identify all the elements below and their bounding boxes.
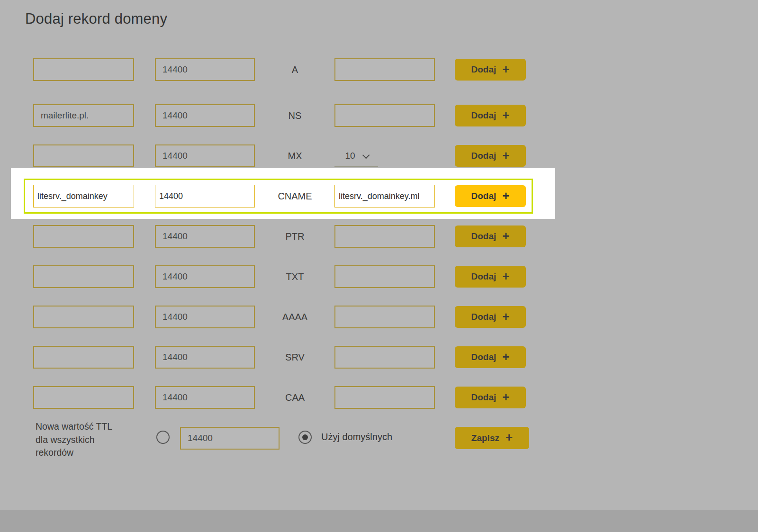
dodaj-button-label: Dodaj [471, 231, 496, 242]
record-row: MX 10 Dodaj + [0, 144, 758, 167]
dodaj-button[interactable]: Dodaj + [455, 346, 526, 368]
dodaj-button[interactable]: Dodaj + [455, 145, 526, 167]
record-row: TXT Dodaj + [0, 265, 758, 288]
record-type-label: NS [258, 104, 332, 127]
record-value-input[interactable] [334, 58, 435, 81]
custom-ttl-radio[interactable] [156, 431, 170, 444]
use-default-radio[interactable] [298, 431, 312, 444]
record-row: PTR Dodaj + [0, 225, 758, 248]
dodaj-button-label: Dodaj [471, 191, 496, 201]
record-row: A Dodaj + [0, 58, 758, 81]
plus-icon: + [502, 391, 509, 403]
use-default-label: Użyj domyślnych [321, 432, 392, 442]
record-name-input[interactable] [33, 346, 134, 369]
page-title: Dodaj rekord domeny [25, 10, 167, 27]
plus-icon: + [502, 189, 509, 202]
record-value-input[interactable] [334, 185, 435, 207]
ttl-footer: Nowa wartość TTL dla wszystkich rekordów… [0, 419, 758, 471]
dodaj-button[interactable]: Dodaj + [455, 225, 526, 247]
chevron-down-icon [362, 151, 370, 159]
record-name-input[interactable] [33, 185, 134, 207]
dodaj-button[interactable]: Dodaj + [455, 266, 526, 288]
record-name-input[interactable] [33, 104, 134, 127]
dodaj-button-label: Dodaj [471, 312, 496, 322]
plus-icon: + [502, 270, 509, 282]
record-ttl-input[interactable] [155, 346, 255, 369]
dodaj-button-label: Dodaj [471, 151, 496, 161]
record-name-input[interactable] [33, 58, 134, 81]
plus-icon: + [502, 109, 509, 121]
record-ttl-input[interactable] [155, 386, 255, 409]
dodaj-button[interactable]: Dodaj + [455, 185, 526, 207]
record-type-label: CNAME [258, 185, 332, 207]
record-value-input[interactable] [334, 386, 435, 409]
record-value-input[interactable] [334, 265, 435, 288]
record-row: CNAME Dodaj + [0, 185, 758, 207]
record-ttl-input[interactable] [155, 58, 255, 81]
record-row: SRV Dodaj + [0, 346, 758, 369]
record-value-input[interactable] [334, 306, 435, 328]
mx-priority-value: 10 [345, 151, 355, 161]
dodaj-button[interactable]: Dodaj + [455, 387, 526, 408]
record-row: CAA Dodaj + [0, 386, 758, 409]
dodaj-button[interactable]: Dodaj + [455, 105, 526, 126]
plus-icon: + [502, 310, 509, 323]
record-row: NS Dodaj + [0, 104, 758, 127]
ttl-all-records-label: Nowa wartość TTL dla wszystkich rekordów [36, 420, 118, 460]
record-value-input[interactable] [334, 225, 435, 248]
record-name-input[interactable] [33, 225, 134, 248]
plus-icon: + [505, 431, 513, 443]
record-name-input[interactable] [33, 306, 134, 328]
record-type-label: TXT [258, 265, 332, 288]
record-type-label: PTR [258, 225, 332, 248]
plus-icon: + [502, 230, 509, 242]
record-value-input[interactable] [334, 104, 435, 127]
bottom-bar [0, 510, 758, 532]
dodaj-button-label: Dodaj [471, 110, 496, 121]
zapisz-button-label: Zapisz [471, 433, 499, 443]
global-ttl-input[interactable] [180, 427, 280, 450]
record-ttl-input[interactable] [155, 104, 255, 127]
dodaj-button[interactable]: Dodaj + [455, 306, 526, 328]
dodaj-button-label: Dodaj [471, 392, 496, 403]
record-type-label: CAA [258, 386, 332, 409]
radio-dot [302, 434, 308, 440]
plus-icon: + [502, 149, 509, 162]
record-ttl-input[interactable] [155, 265, 255, 288]
record-name-input[interactable] [33, 386, 134, 409]
dodaj-button-label: Dodaj [471, 271, 496, 282]
record-ttl-input[interactable] [155, 144, 255, 167]
record-row: AAAA Dodaj + [0, 306, 758, 328]
zapisz-button[interactable]: Zapisz + [455, 427, 529, 449]
record-ttl-input[interactable] [155, 225, 255, 248]
records-list: A Dodaj + NS Dodaj + MX 10 Dodaj + [0, 58, 758, 426]
mx-priority-select[interactable]: 10 [334, 145, 378, 167]
plus-icon: + [502, 351, 509, 363]
record-name-input[interactable] [33, 265, 134, 288]
record-ttl-input[interactable] [155, 306, 255, 328]
plus-icon: + [502, 63, 509, 75]
record-type-label: AAAA [258, 306, 332, 328]
dodaj-button-label: Dodaj [471, 352, 496, 362]
record-ttl-input[interactable] [155, 185, 255, 207]
record-value-input[interactable] [334, 346, 435, 369]
dodaj-button-label: Dodaj [471, 64, 496, 75]
record-name-input[interactable] [33, 144, 134, 167]
record-type-label: SRV [258, 346, 332, 369]
record-type-label: MX [258, 144, 332, 167]
record-type-label: A [258, 58, 332, 81]
dodaj-button[interactable]: Dodaj + [455, 59, 526, 81]
